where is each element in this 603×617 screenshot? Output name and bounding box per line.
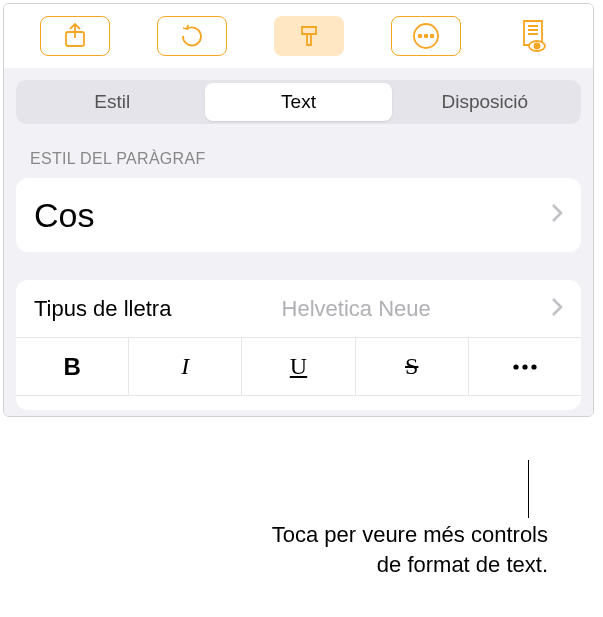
more-icon	[411, 21, 441, 51]
read-mode-button[interactable]	[508, 16, 558, 56]
svg-point-4	[430, 35, 433, 38]
italic-button[interactable]: I	[129, 338, 242, 395]
svg-point-8	[522, 364, 527, 369]
callout-line1: Toca per veure més controls	[272, 522, 548, 547]
callout-line2: de format de text.	[377, 552, 548, 577]
chevron-right-icon	[551, 203, 563, 227]
more-button[interactable]	[391, 16, 461, 56]
svg-point-9	[531, 364, 536, 369]
app-frame: Estil Text Disposició ESTIL DEL PARÀGRAF…	[3, 3, 594, 417]
share-icon	[64, 23, 86, 49]
strikethrough-button[interactable]: S	[356, 338, 469, 395]
font-value: Helvetica Neue	[282, 296, 431, 322]
svg-point-2	[418, 35, 421, 38]
chevron-right-icon	[551, 297, 563, 321]
more-text-options-button[interactable]	[469, 338, 581, 395]
ellipsis-icon	[511, 363, 539, 371]
paragraph-style-value: Cos	[34, 196, 94, 235]
tab-text[interactable]: Text	[205, 83, 391, 121]
share-button[interactable]	[40, 16, 110, 56]
panel-tabs: Estil Text Disposició	[16, 80, 581, 124]
tab-layout[interactable]: Disposició	[392, 83, 578, 121]
format-panel: Estil Text Disposició ESTIL DEL PARÀGRAF…	[4, 68, 593, 416]
main-toolbar	[4, 4, 593, 68]
tab-style[interactable]: Estil	[19, 83, 205, 121]
font-label: Tipus de lletra	[34, 296, 171, 322]
text-style-row: B I U S	[16, 338, 581, 396]
svg-point-6	[534, 44, 539, 49]
callout-leader-line	[528, 460, 529, 518]
svg-point-7	[513, 364, 518, 369]
underline-button[interactable]: U	[242, 338, 355, 395]
bold-button[interactable]: B	[16, 338, 129, 395]
format-brush-icon	[296, 23, 322, 49]
callout-text: Toca per veure més controls de format de…	[128, 520, 548, 579]
undo-icon	[179, 23, 205, 49]
undo-button[interactable]	[157, 16, 227, 56]
format-button[interactable]	[274, 16, 344, 56]
section-label-paragraph-style: ESTIL DEL PARÀGRAF	[30, 150, 581, 168]
paragraph-style-row[interactable]: Cos	[16, 178, 581, 252]
row-spacer	[16, 396, 581, 410]
svg-point-3	[424, 35, 427, 38]
font-row[interactable]: Tipus de lletra Helvetica Neue	[16, 280, 581, 338]
read-mode-icon	[518, 19, 548, 53]
